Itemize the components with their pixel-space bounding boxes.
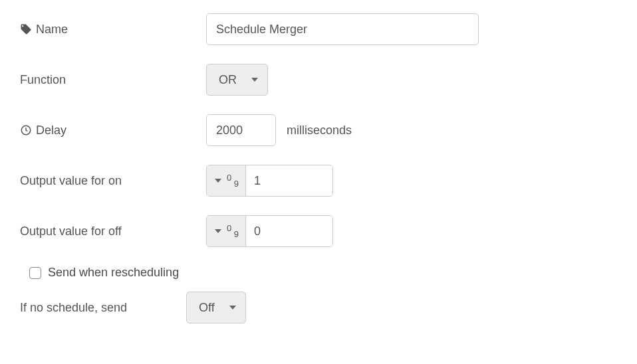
number-type-icon: 09 [227,175,239,187]
send-rescheduling-checkbox[interactable] [29,267,41,279]
delay-unit-label: milliseconds [287,124,352,137]
name-label: Name [36,23,68,37]
delay-label: Delay [36,124,66,137]
no-schedule-value: Off [199,301,215,315]
send-rescheduling-label: Send when rescheduling [48,266,179,280]
clock-icon [20,124,32,136]
function-select[interactable]: OR [206,64,268,96]
no-schedule-select[interactable]: Off [186,292,246,323]
chevron-down-icon [215,229,221,233]
output-off-value-input[interactable] [246,216,332,246]
output-on-label: Output value for on [20,174,122,188]
output-off-label: Output value for off [20,225,122,238]
function-label: Function [20,73,66,87]
number-type-icon: 09 [227,225,239,237]
function-value: OR [219,73,237,87]
no-schedule-label: If no schedule, send [20,301,127,315]
output-off-group: 09 [206,215,333,247]
name-input[interactable] [206,13,479,45]
delay-input[interactable] [206,114,276,146]
chevron-down-icon [229,306,236,310]
output-off-type-button[interactable]: 09 [207,216,246,246]
output-on-group: 09 [206,165,333,197]
chevron-down-icon [215,179,221,183]
output-on-type-button[interactable]: 09 [207,165,246,196]
tag-icon [20,23,32,35]
chevron-down-icon [251,78,258,82]
output-on-value-input[interactable] [246,165,332,196]
